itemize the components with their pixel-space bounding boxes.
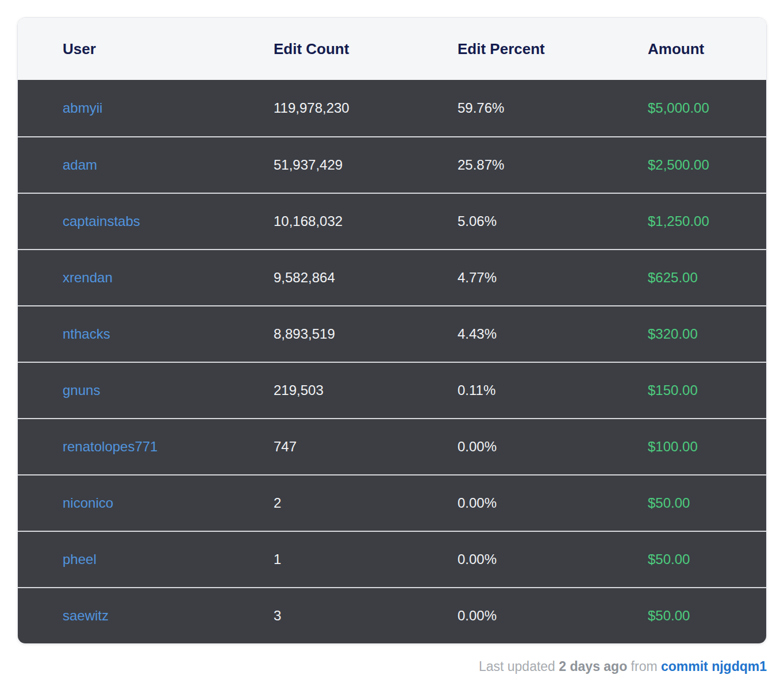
payout-table-card: User Edit Count Edit Percent Amount abmy… [17,17,767,644]
table-row: xrendan9,582,8644.77%$625.00 [18,249,766,305]
edit-percent-cell: 25.87% [458,157,648,173]
user-cell: renatolopes771 [63,439,274,455]
table-body: abmyii119,978,23059.76%$5,000.00adam51,9… [18,80,766,643]
user-link[interactable]: pheel [63,551,97,567]
edit-percent-cell: 4.77% [458,270,648,286]
user-link[interactable]: abmyii [63,100,102,116]
user-cell: niconico [63,495,274,511]
user-link[interactable]: adam [63,157,97,172]
table-header-row: User Edit Count Edit Percent Amount [18,18,766,80]
user-cell: adam [63,157,274,173]
table-row: pheel10.00%$50.00 [18,531,766,587]
footer-middle-text: from [631,659,658,674]
user-link[interactable]: nthacks [63,326,110,342]
table-row: niconico20.00%$50.00 [18,474,766,531]
edit-count-cell: 51,937,429 [274,157,458,173]
footer-updated-time: 2 days ago [559,659,627,674]
user-link[interactable]: niconico [63,495,113,511]
commit-link[interactable]: commit njgdqm1 [661,659,767,674]
edit-percent-cell: 0.11% [458,382,648,398]
amount-cell: $50.00 [648,551,766,567]
user-link[interactable]: renatolopes771 [63,439,157,454]
amount-cell: $50.00 [648,495,766,511]
table-row: nthacks8,893,5194.43%$320.00 [18,305,766,362]
column-header-edit-count: Edit Count [274,40,458,58]
amount-cell: $150.00 [648,382,766,398]
user-cell: nthacks [63,326,274,342]
user-link[interactable]: captainstabs [63,213,140,229]
amount-cell: $320.00 [648,326,766,342]
edit-count-cell: 3 [274,608,458,624]
amount-cell: $50.00 [648,608,766,624]
user-cell: pheel [63,551,274,567]
edit-count-cell: 10,168,032 [274,213,458,229]
footer-status-line: Last updated 2 days ago from commit njgd… [17,654,767,678]
user-cell: saewitz [63,608,274,624]
edit-percent-cell: 0.00% [458,495,648,511]
edit-percent-cell: 4.43% [458,326,648,342]
edit-percent-cell: 0.00% [458,608,648,624]
edit-count-cell: 119,978,230 [274,100,458,116]
edit-percent-cell: 0.00% [458,551,648,567]
column-header-edit-percent: Edit Percent [458,40,648,58]
edit-count-cell: 219,503 [274,382,458,398]
amount-cell: $625.00 [648,270,766,286]
amount-cell: $5,000.00 [648,100,766,116]
edit-count-cell: 747 [274,439,458,455]
column-header-user: User [63,40,274,58]
user-cell: captainstabs [63,213,274,229]
edit-count-cell: 1 [274,551,458,567]
amount-cell: $100.00 [648,439,766,455]
amount-cell: $2,500.00 [648,157,766,173]
edit-count-cell: 8,893,519 [274,326,458,342]
edit-percent-cell: 59.76% [458,100,648,116]
user-cell: xrendan [63,270,274,286]
user-cell: gnuns [63,382,274,398]
user-link[interactable]: gnuns [63,382,100,398]
table-row: saewitz30.00%$50.00 [18,587,766,643]
edit-count-cell: 2 [274,495,458,511]
column-header-amount: Amount [648,40,766,58]
user-link[interactable]: saewitz [63,608,109,623]
amount-cell: $1,250.00 [648,213,766,229]
table-row: captainstabs10,168,0325.06%$1,250.00 [18,193,766,249]
user-cell: abmyii [63,100,274,116]
footer-prefix-text: Last updated [479,659,555,674]
edit-percent-cell: 5.06% [458,213,648,229]
user-link[interactable]: xrendan [63,270,113,285]
table-row: renatolopes7717470.00%$100.00 [18,418,766,474]
edit-percent-cell: 0.00% [458,439,648,455]
edit-count-cell: 9,582,864 [274,270,458,286]
table-row: gnuns219,5030.11%$150.00 [18,362,766,418]
table-row: adam51,937,42925.87%$2,500.00 [18,136,766,193]
table-row: abmyii119,978,23059.76%$5,000.00 [18,80,766,136]
